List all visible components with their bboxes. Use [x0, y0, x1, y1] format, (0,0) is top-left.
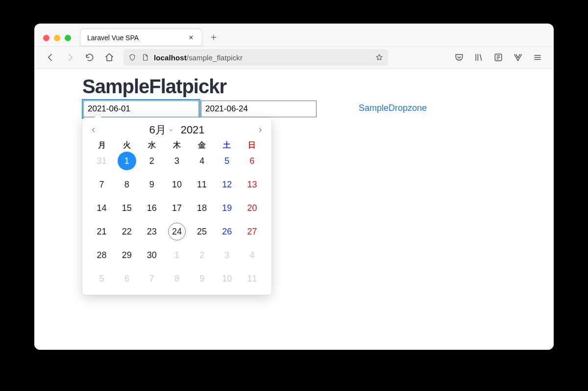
weekday-label: 木: [164, 140, 189, 151]
calendar-day[interactable]: 10: [215, 269, 240, 288]
calendar-day[interactable]: 7: [89, 175, 114, 194]
pocket-button[interactable]: [451, 49, 467, 66]
calendar-day[interactable]: 6: [114, 269, 139, 288]
calendar-day[interactable]: 4: [190, 152, 215, 170]
vue-devtools-button[interactable]: [510, 49, 526, 66]
calendar-day[interactable]: 5: [89, 269, 114, 288]
forward-button[interactable]: [62, 49, 78, 66]
calendar-day[interactable]: 5: [215, 152, 240, 170]
weekday-label: 日: [240, 140, 265, 151]
url-bar[interactable]: localhost/sample_flatpickr: [123, 49, 388, 66]
tab-strip: Laravel Vue SPA × ＋: [34, 24, 554, 46]
calendar-day[interactable]: 17: [164, 199, 189, 217]
forward-icon: [65, 52, 75, 62]
weekday-label: 土: [215, 140, 240, 151]
calendar-day[interactable]: 11: [190, 175, 215, 194]
window-close-dot[interactable]: [43, 35, 49, 41]
calendar-day[interactable]: 6: [240, 152, 265, 170]
next-month-button[interactable]: [255, 125, 266, 135]
calendar-day[interactable]: 4: [240, 246, 265, 264]
calendar-day[interactable]: 9: [190, 269, 215, 288]
browser-tab[interactable]: Laravel Vue SPA ×: [80, 28, 202, 46]
calendar-day[interactable]: 29: [114, 246, 139, 264]
calendar-weekdays: 月火水木金土日: [82, 138, 271, 152]
vue-icon: [513, 52, 523, 62]
page-icon: [141, 53, 149, 61]
calendar-day[interactable]: 1: [164, 246, 189, 264]
weekday-label: 水: [139, 140, 164, 151]
weekday-label: 金: [190, 140, 215, 151]
calendar-day[interactable]: 31: [89, 152, 114, 170]
calendar-day[interactable]: 8: [164, 269, 189, 288]
reader-icon: [493, 52, 503, 62]
page-viewport: SampleFlatpickr SampleDropzone 6月 2021: [34, 69, 554, 350]
back-icon: [46, 52, 55, 62]
browser-toolbar: localhost/sample_flatpickr: [34, 46, 554, 69]
app-menu-button[interactable]: [529, 49, 546, 66]
calendar-day[interactable]: 27: [240, 222, 265, 241]
calendar-day[interactable]: 26: [215, 222, 240, 241]
plus-icon: ＋: [209, 30, 219, 44]
calendar-day[interactable]: 22: [114, 222, 139, 241]
calendar-day[interactable]: 18: [190, 199, 215, 217]
year-input[interactable]: 2021: [181, 124, 205, 136]
calendar-day[interactable]: 24: [164, 222, 189, 241]
calendar-day[interactable]: 12: [215, 175, 240, 194]
new-tab-button[interactable]: ＋: [206, 29, 221, 44]
calendar-day[interactable]: 14: [89, 199, 114, 217]
home-button[interactable]: [101, 49, 118, 66]
calendar-day[interactable]: 20: [240, 199, 265, 217]
url-text: localhost/sample_flatpickr: [154, 53, 243, 62]
prev-month-button[interactable]: [88, 125, 99, 135]
calendar-day[interactable]: 1: [118, 152, 136, 170]
calendar-day[interactable]: 21: [89, 222, 114, 241]
chevron-down-icon: [168, 127, 174, 133]
sample-dropzone-link[interactable]: SampleDropzone: [359, 103, 427, 113]
calendar-day[interactable]: 2: [139, 152, 164, 170]
month-select[interactable]: 6月: [149, 123, 173, 137]
window-zoom-dot[interactable]: [65, 35, 71, 41]
browser-window: Laravel Vue SPA × ＋ lo: [34, 24, 554, 350]
calendar-day[interactable]: 25: [190, 222, 215, 241]
close-icon[interactable]: ×: [187, 34, 195, 42]
reload-button[interactable]: [81, 49, 98, 66]
calendar-header: 6月 2021: [82, 122, 271, 138]
calendar-day[interactable]: 13: [240, 175, 265, 194]
calendar-days-grid: 3112345678910111213141516171819202122232…: [82, 152, 271, 292]
calendar-day[interactable]: 28: [89, 246, 114, 264]
home-icon: [104, 52, 114, 62]
calendar-day[interactable]: 3: [215, 246, 240, 264]
library-button[interactable]: [470, 49, 487, 66]
calendar-day[interactable]: 30: [139, 246, 164, 264]
input-row: SampleDropzone: [83, 101, 545, 117]
reader-button[interactable]: [490, 49, 507, 66]
page-title: SampleFlatpickr: [82, 76, 545, 98]
library-icon: [474, 52, 484, 62]
calendar-day[interactable]: 8: [114, 175, 139, 194]
flatpickr-calendar: 6月 2021 月火水木金土日 311234567891011121314151…: [82, 118, 271, 295]
reload-icon: [85, 52, 95, 62]
calendar-day[interactable]: 9: [139, 175, 164, 194]
window-minimize-dot[interactable]: [54, 35, 60, 41]
weekday-label: 月: [89, 140, 114, 151]
calendar-day[interactable]: 19: [215, 199, 240, 217]
tab-title: Laravel Vue SPA: [87, 34, 139, 42]
back-button[interactable]: [42, 49, 59, 66]
date-to-input[interactable]: [201, 101, 317, 117]
calendar-day[interactable]: 7: [139, 269, 164, 288]
chevron-left-icon: [90, 127, 97, 133]
calendar-day[interactable]: 2: [190, 246, 215, 264]
hamburger-icon: [533, 52, 542, 62]
pocket-icon: [454, 52, 464, 62]
shield-icon: [128, 53, 136, 61]
calendar-day[interactable]: 11: [240, 269, 265, 288]
calendar-day[interactable]: 16: [139, 199, 164, 217]
calendar-day[interactable]: 23: [139, 222, 164, 241]
calendar-day[interactable]: 3: [164, 152, 189, 170]
weekday-label: 火: [114, 140, 139, 151]
star-icon[interactable]: [375, 53, 383, 61]
chevron-right-icon: [257, 127, 264, 133]
calendar-day[interactable]: 10: [164, 175, 189, 194]
calendar-day[interactable]: 15: [114, 199, 139, 217]
toolbar-right-icons: [451, 49, 546, 66]
